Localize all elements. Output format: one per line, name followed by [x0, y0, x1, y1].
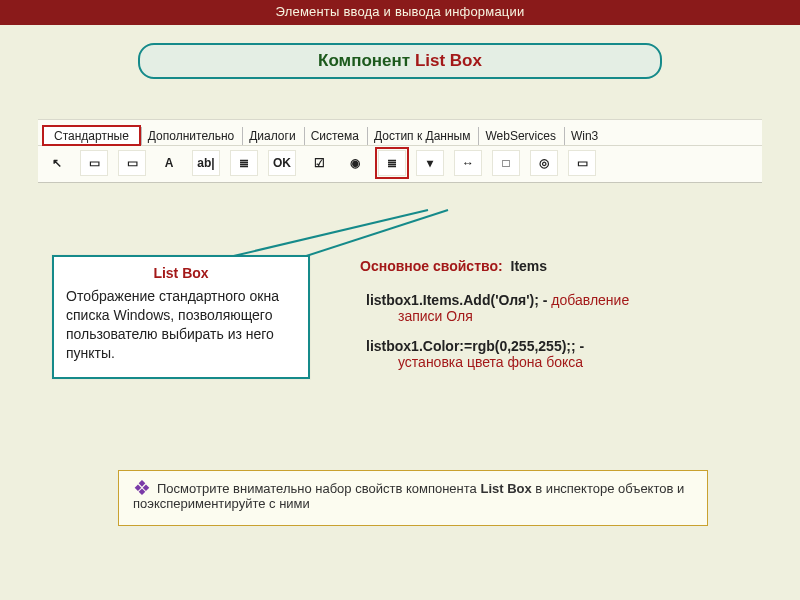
svg-line-0: [225, 210, 428, 258]
popup-icon[interactable]: ▭: [118, 150, 146, 176]
cursor-icon[interactable]: ↖: [44, 151, 70, 175]
listbox-callout: List Box Отображение стандартного окна с…: [52, 255, 310, 379]
tab-dialogs[interactable]: Диалоги: [242, 127, 303, 145]
note-strong: List Box: [480, 481, 531, 496]
memo-icon[interactable]: ≣: [230, 150, 258, 176]
code1-comment-b: записи Оля: [366, 308, 740, 324]
code2-comment: установка цвета фона бокса: [366, 354, 740, 370]
radio-icon[interactable]: ◉: [342, 151, 368, 175]
listbox-icon[interactable]: ≣: [378, 150, 406, 176]
panel-icon[interactable]: ▭: [568, 150, 596, 176]
code1: listbox1.Items.Add('Оля'); -: [366, 292, 551, 308]
tip-note: ❖ Посмотрите внимательно набор свойств к…: [118, 470, 708, 526]
page-header: Элементы ввода и вывода информации: [0, 0, 800, 25]
tab-standard[interactable]: Стандартные: [42, 125, 141, 146]
scrollbar-icon[interactable]: ↔: [454, 150, 482, 176]
combobox-icon[interactable]: ▾: [416, 150, 444, 176]
bullet-icon: ❖: [133, 481, 151, 495]
prop-value: Items: [511, 258, 548, 274]
palette-tabs: Стандартные Дополнительно Диалоги Систем…: [38, 123, 762, 145]
radiogroup-icon[interactable]: ◎: [530, 150, 558, 176]
title-prefix: Компонент: [318, 51, 415, 70]
mainmenu-icon[interactable]: ▭: [80, 150, 108, 176]
tab-system[interactable]: Система: [304, 127, 367, 145]
component-palette: Стандартные Дополнительно Диалоги Систем…: [38, 119, 762, 183]
tab-win32[interactable]: Win3: [564, 127, 606, 145]
label-icon[interactable]: A: [156, 151, 182, 175]
groupbox-icon[interactable]: □: [492, 150, 520, 176]
main-property: Основное свойство: Items: [360, 258, 740, 274]
code1-comment-a: добавление: [551, 292, 629, 308]
tab-additional[interactable]: Дополнительно: [141, 127, 242, 145]
svg-line-1: [300, 210, 448, 258]
palette-icon-row: ↖ ▭ ▭ A ab| ≣ OK ☑ ◉ ≣ ▾ ↔ □ ◎ ▭: [38, 145, 762, 182]
slide-title: Компонент List Box: [138, 43, 662, 79]
code-line-1: listbox1.Items.Add('Оля'); - добавление …: [360, 292, 740, 324]
properties-text: Основное свойство: Items listbox1.Items.…: [360, 258, 740, 384]
button-icon[interactable]: OK: [268, 150, 296, 176]
title-highlight: List Box: [415, 51, 482, 70]
callout-title: List Box: [66, 265, 296, 281]
checkbox-icon[interactable]: ☑: [306, 151, 332, 175]
prop-label: Основное свойство:: [360, 258, 503, 274]
tab-data-access[interactable]: Достип к Данным: [367, 127, 478, 145]
note-text-a: Посмотрите внимательно набор свойств ком…: [157, 481, 480, 496]
callout-body: Отображение стандартного окна списка Win…: [66, 287, 296, 363]
code-line-2: listbox1.Color:=rgb(0,255,255);; - устан…: [360, 338, 740, 370]
tab-webservices[interactable]: WebServices: [478, 127, 563, 145]
edit-icon[interactable]: ab|: [192, 150, 220, 176]
code2: listbox1.Color:=rgb(0,255,255);; -: [366, 338, 584, 354]
